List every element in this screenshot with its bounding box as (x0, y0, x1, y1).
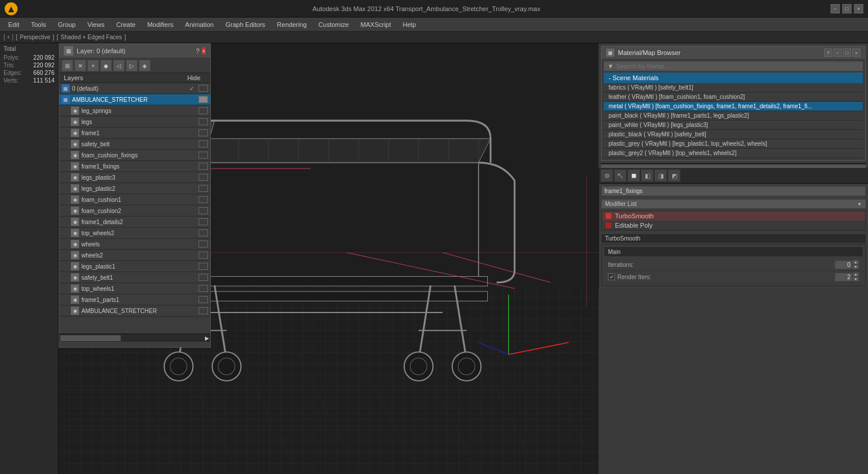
iterations-spinner[interactable]: ▲ ▼ (835, 260, 859, 269)
menu-help[interactable]: Help (397, 20, 422, 29)
iterations-up[interactable]: ▲ (852, 260, 859, 265)
cmd-icon-6[interactable]: ◩ (668, 169, 681, 182)
layer-tool-4[interactable]: ◆ (100, 60, 112, 71)
menu-tools[interactable]: Tools (25, 20, 52, 29)
layer-vis-box[interactable] (199, 218, 208, 225)
menu-edit[interactable]: Edit (2, 20, 25, 29)
cmd-icon-5[interactable]: ◨ (654, 169, 667, 182)
layer-item[interactable]: ◉ legs_plastic1 (59, 261, 210, 272)
layer-vis-box[interactable] (199, 163, 208, 170)
viewport-shading[interactable]: Shaded + Edged Faces (61, 34, 122, 40)
layer-item[interactable]: ◉ safety_belt1 (59, 272, 210, 283)
menu-rendering[interactable]: Rendering (271, 20, 313, 29)
layer-vis-box[interactable] (199, 96, 208, 103)
layer-vis-box[interactable] (199, 296, 208, 303)
render-iters-input[interactable] (835, 273, 852, 281)
iterations-input[interactable] (835, 260, 852, 269)
menu-customize[interactable]: Customize (313, 20, 355, 29)
close-button[interactable]: × (854, 4, 863, 13)
layer-item[interactable]: ◉ foam_cushion1 (59, 194, 210, 205)
material-item-plastic-grey2[interactable]: plastic_grey2 ( VRayMtl ) [top_wheels1, … (604, 149, 863, 158)
layer-vis-box[interactable] (199, 174, 208, 181)
layer-vis-box[interactable] (199, 118, 208, 125)
menu-views[interactable]: Views (81, 20, 110, 29)
maximize-button[interactable]: □ (842, 4, 852, 13)
render-iters-spinner[interactable]: ▲ ▼ (835, 272, 859, 281)
mat-maximize-button[interactable]: □ (843, 49, 851, 57)
layer-item[interactable]: ◉ frame1_parts1 (59, 294, 210, 305)
layer-item[interactable]: ▦ 0 (default) ✓ (59, 83, 210, 94)
render-iters-up[interactable]: ▲ (852, 272, 859, 277)
layer-vis-box[interactable] (199, 285, 208, 292)
layer-item[interactable]: ◉ legs (59, 116, 210, 128)
layer-vis-box[interactable] (199, 229, 208, 236)
search-dropdown-icon[interactable]: ▼ (607, 63, 614, 70)
layer-panel-scrollbar[interactable]: ▶ (59, 334, 210, 342)
layer-close-button[interactable]: × (202, 47, 206, 54)
object-name-input[interactable] (602, 186, 866, 196)
viewport-perspective[interactable]: Perspective (20, 34, 50, 40)
menu-animation[interactable]: Animation (179, 20, 220, 29)
material-item-fabrics[interactable]: fabrics ( VRayMtl ) [safety_belt1] (604, 83, 863, 92)
mat-minimize-button[interactable]: − (833, 49, 842, 57)
layer-tool-6[interactable]: ▷ (126, 60, 138, 71)
layer-item[interactable]: ◉ foam_cushion2 (59, 205, 210, 217)
layer-vis-box[interactable] (199, 152, 208, 159)
layer-item[interactable]: ◉ wheels (59, 239, 210, 250)
layer-item[interactable]: ◉ frame1_fixings (59, 161, 210, 172)
mat-help-button[interactable]: ? (824, 49, 832, 57)
material-item-metal[interactable]: metal ( VRayMtl ) [foam_cushion_fixings,… (604, 102, 863, 111)
layer-item[interactable]: ◉ leg_springs (59, 105, 210, 116)
layer-vis-box[interactable] (199, 252, 208, 259)
modifier-list-dropdown[interactable]: ▼ (857, 201, 862, 207)
layer-vis-box[interactable] (199, 185, 208, 192)
layer-item[interactable]: ◉ AMBULANCE_STRETCHER (59, 305, 210, 317)
layer-vis-box[interactable] (199, 129, 208, 136)
layer-help-button[interactable]: ? (196, 47, 199, 54)
layer-item[interactable]: ◉ wheels2 (59, 250, 210, 261)
layer-item[interactable]: ▦ AMBULANCE_STRETCHER (59, 94, 210, 105)
mat-close-button[interactable]: × (852, 49, 860, 57)
render-iters-checkbox[interactable] (608, 273, 615, 280)
layer-item[interactable]: ◉ foam_cushion_fixings (59, 150, 210, 161)
cmd-icon-4[interactable]: ◧ (641, 169, 654, 182)
layer-vis-box[interactable] (199, 85, 208, 92)
minimize-button[interactable]: − (831, 4, 840, 13)
layer-tool-add[interactable]: + (87, 60, 99, 71)
menu-modifiers[interactable]: Modifiers (141, 20, 179, 29)
menu-graph-editors[interactable]: Graph Editors (220, 20, 271, 29)
layer-vis-box[interactable] (199, 274, 208, 281)
layer-vis-box[interactable] (199, 107, 208, 114)
search-input[interactable] (616, 63, 859, 70)
layer-item[interactable]: ◉ safety_belt (59, 139, 210, 150)
layer-vis-box[interactable] (199, 196, 208, 203)
menu-create[interactable]: Create (110, 20, 141, 29)
layer-scroll-right[interactable]: ▶ (205, 335, 209, 341)
viewport[interactable]: ▦ Layer: 0 (default) ? × ⊞ ✕ + ◆ ◁ ▷ ◈ (59, 43, 599, 474)
layer-vis-box[interactable] (199, 140, 208, 147)
layer-tool-7[interactable]: ◈ (139, 60, 151, 71)
layer-item[interactable]: ◉ legs_plastic3 (59, 172, 210, 183)
layer-item[interactable]: ◉ top_wheels2 (59, 228, 210, 239)
layer-tool-delete[interactable]: ✕ (74, 60, 86, 71)
layer-item[interactable]: ◉ frame1 (59, 128, 210, 139)
layer-vis-box[interactable] (199, 241, 208, 248)
modifier-editable-poly[interactable]: Editable Poly (602, 221, 865, 230)
cmd-icon-3[interactable]: 🔲 (627, 169, 640, 182)
iterations-down[interactable]: ▼ (852, 265, 859, 269)
layer-tool-1[interactable]: ⊞ (61, 60, 73, 71)
render-iters-down[interactable]: ▼ (852, 277, 859, 281)
cmd-icon-2[interactable]: ⛏ (614, 169, 627, 182)
material-scrollbar[interactable] (601, 163, 866, 168)
cmd-icon-1[interactable]: ⚙ (600, 169, 613, 182)
material-item-plastic-black[interactable]: plastic_black ( VRayMtl ) [safety_belt] (604, 130, 863, 139)
layer-item[interactable]: ◉ top_wheels1 (59, 283, 210, 294)
menu-maxscript[interactable]: MAXScript (355, 20, 397, 29)
material-item-paint-black[interactable]: paint_black ( VRayMtl ) [frame1_parts1, … (604, 111, 863, 121)
layer-vis-box[interactable] (199, 263, 208, 270)
layer-tool-5[interactable]: ◁ (113, 60, 125, 71)
material-item-paint-white[interactable]: paint_white ( VRayMtl ) [legs_plastic3] (604, 121, 863, 130)
layer-item[interactable]: ◉ frame1_details2 (59, 217, 210, 228)
material-item-leather[interactable]: leather ( VRayMtl ) [foam_cushion1, foam… (604, 92, 863, 102)
layer-item[interactable]: ◉ legs_plastic2 (59, 183, 210, 194)
